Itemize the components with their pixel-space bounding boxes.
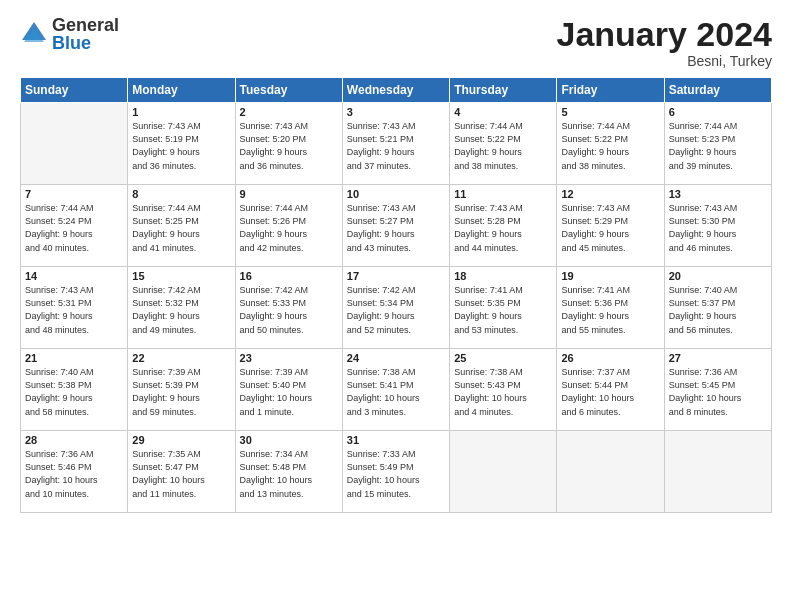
col-wednesday: Wednesday: [342, 78, 449, 103]
day-cell: 18Sunrise: 7:41 AM Sunset: 5:35 PM Dayli…: [450, 267, 557, 349]
day-cell: 5Sunrise: 7:44 AM Sunset: 5:22 PM Daylig…: [557, 103, 664, 185]
calendar-table: Sunday Monday Tuesday Wednesday Thursday…: [20, 77, 772, 513]
week-row-5: 28Sunrise: 7:36 AM Sunset: 5:46 PM Dayli…: [21, 431, 772, 513]
day-info: Sunrise: 7:44 AM Sunset: 5:24 PM Dayligh…: [25, 202, 123, 254]
day-info: Sunrise: 7:44 AM Sunset: 5:25 PM Dayligh…: [132, 202, 230, 254]
day-cell: 30Sunrise: 7:34 AM Sunset: 5:48 PM Dayli…: [235, 431, 342, 513]
logo-blue: Blue: [52, 34, 119, 52]
day-cell: 31Sunrise: 7:33 AM Sunset: 5:49 PM Dayli…: [342, 431, 449, 513]
col-monday: Monday: [128, 78, 235, 103]
day-info: Sunrise: 7:38 AM Sunset: 5:41 PM Dayligh…: [347, 366, 445, 418]
day-number: 10: [347, 188, 445, 200]
page: General Blue January 2024 Besni, Turkey …: [0, 0, 792, 612]
day-number: 23: [240, 352, 338, 364]
week-row-4: 21Sunrise: 7:40 AM Sunset: 5:38 PM Dayli…: [21, 349, 772, 431]
day-info: Sunrise: 7:37 AM Sunset: 5:44 PM Dayligh…: [561, 366, 659, 418]
day-cell: 1Sunrise: 7:43 AM Sunset: 5:19 PM Daylig…: [128, 103, 235, 185]
day-number: 21: [25, 352, 123, 364]
day-number: 24: [347, 352, 445, 364]
day-info: Sunrise: 7:44 AM Sunset: 5:23 PM Dayligh…: [669, 120, 767, 172]
day-cell: 24Sunrise: 7:38 AM Sunset: 5:41 PM Dayli…: [342, 349, 449, 431]
day-cell: 2Sunrise: 7:43 AM Sunset: 5:20 PM Daylig…: [235, 103, 342, 185]
day-number: 8: [132, 188, 230, 200]
day-cell: [557, 431, 664, 513]
day-number: 19: [561, 270, 659, 282]
logo-icon: [20, 20, 48, 48]
day-number: 9: [240, 188, 338, 200]
day-info: Sunrise: 7:39 AM Sunset: 5:40 PM Dayligh…: [240, 366, 338, 418]
logo-general: General: [52, 16, 119, 34]
day-info: Sunrise: 7:41 AM Sunset: 5:35 PM Dayligh…: [454, 284, 552, 336]
day-cell: 4Sunrise: 7:44 AM Sunset: 5:22 PM Daylig…: [450, 103, 557, 185]
col-thursday: Thursday: [450, 78, 557, 103]
day-number: 7: [25, 188, 123, 200]
day-info: Sunrise: 7:44 AM Sunset: 5:22 PM Dayligh…: [454, 120, 552, 172]
day-info: Sunrise: 7:40 AM Sunset: 5:37 PM Dayligh…: [669, 284, 767, 336]
day-number: 6: [669, 106, 767, 118]
day-number: 15: [132, 270, 230, 282]
logo-text: General Blue: [52, 16, 119, 52]
day-number: 14: [25, 270, 123, 282]
day-cell: 28Sunrise: 7:36 AM Sunset: 5:46 PM Dayli…: [21, 431, 128, 513]
day-info: Sunrise: 7:40 AM Sunset: 5:38 PM Dayligh…: [25, 366, 123, 418]
day-number: 28: [25, 434, 123, 446]
day-cell: 8Sunrise: 7:44 AM Sunset: 5:25 PM Daylig…: [128, 185, 235, 267]
col-friday: Friday: [557, 78, 664, 103]
day-number: 11: [454, 188, 552, 200]
week-row-1: 1Sunrise: 7:43 AM Sunset: 5:19 PM Daylig…: [21, 103, 772, 185]
day-cell: 16Sunrise: 7:42 AM Sunset: 5:33 PM Dayli…: [235, 267, 342, 349]
day-cell: 12Sunrise: 7:43 AM Sunset: 5:29 PM Dayli…: [557, 185, 664, 267]
day-cell: 3Sunrise: 7:43 AM Sunset: 5:21 PM Daylig…: [342, 103, 449, 185]
day-number: 13: [669, 188, 767, 200]
day-number: 1: [132, 106, 230, 118]
day-info: Sunrise: 7:36 AM Sunset: 5:45 PM Dayligh…: [669, 366, 767, 418]
day-number: 27: [669, 352, 767, 364]
day-info: Sunrise: 7:35 AM Sunset: 5:47 PM Dayligh…: [132, 448, 230, 500]
day-info: Sunrise: 7:43 AM Sunset: 5:28 PM Dayligh…: [454, 202, 552, 254]
day-number: 26: [561, 352, 659, 364]
header: General Blue January 2024 Besni, Turkey: [20, 16, 772, 69]
day-info: Sunrise: 7:43 AM Sunset: 5:29 PM Dayligh…: [561, 202, 659, 254]
day-number: 2: [240, 106, 338, 118]
day-info: Sunrise: 7:41 AM Sunset: 5:36 PM Dayligh…: [561, 284, 659, 336]
day-info: Sunrise: 7:42 AM Sunset: 5:33 PM Dayligh…: [240, 284, 338, 336]
day-number: 12: [561, 188, 659, 200]
day-cell: 26Sunrise: 7:37 AM Sunset: 5:44 PM Dayli…: [557, 349, 664, 431]
day-number: 17: [347, 270, 445, 282]
day-cell: 29Sunrise: 7:35 AM Sunset: 5:47 PM Dayli…: [128, 431, 235, 513]
day-cell: 17Sunrise: 7:42 AM Sunset: 5:34 PM Dayli…: [342, 267, 449, 349]
day-info: Sunrise: 7:34 AM Sunset: 5:48 PM Dayligh…: [240, 448, 338, 500]
day-cell: 25Sunrise: 7:38 AM Sunset: 5:43 PM Dayli…: [450, 349, 557, 431]
day-number: 16: [240, 270, 338, 282]
title-block: January 2024 Besni, Turkey: [557, 16, 773, 69]
day-number: 20: [669, 270, 767, 282]
day-info: Sunrise: 7:43 AM Sunset: 5:30 PM Dayligh…: [669, 202, 767, 254]
week-row-2: 7Sunrise: 7:44 AM Sunset: 5:24 PM Daylig…: [21, 185, 772, 267]
day-number: 31: [347, 434, 445, 446]
col-saturday: Saturday: [664, 78, 771, 103]
logo: General Blue: [20, 16, 119, 52]
day-info: Sunrise: 7:43 AM Sunset: 5:20 PM Dayligh…: [240, 120, 338, 172]
day-number: 30: [240, 434, 338, 446]
day-info: Sunrise: 7:43 AM Sunset: 5:27 PM Dayligh…: [347, 202, 445, 254]
day-info: Sunrise: 7:42 AM Sunset: 5:32 PM Dayligh…: [132, 284, 230, 336]
day-info: Sunrise: 7:43 AM Sunset: 5:21 PM Dayligh…: [347, 120, 445, 172]
day-cell: 13Sunrise: 7:43 AM Sunset: 5:30 PM Dayli…: [664, 185, 771, 267]
day-number: 5: [561, 106, 659, 118]
col-tuesday: Tuesday: [235, 78, 342, 103]
day-number: 3: [347, 106, 445, 118]
day-cell: 19Sunrise: 7:41 AM Sunset: 5:36 PM Dayli…: [557, 267, 664, 349]
week-row-3: 14Sunrise: 7:43 AM Sunset: 5:31 PM Dayli…: [21, 267, 772, 349]
day-number: 22: [132, 352, 230, 364]
day-cell: 9Sunrise: 7:44 AM Sunset: 5:26 PM Daylig…: [235, 185, 342, 267]
day-info: Sunrise: 7:43 AM Sunset: 5:31 PM Dayligh…: [25, 284, 123, 336]
day-info: Sunrise: 7:38 AM Sunset: 5:43 PM Dayligh…: [454, 366, 552, 418]
calendar-subtitle: Besni, Turkey: [557, 53, 773, 69]
day-info: Sunrise: 7:33 AM Sunset: 5:49 PM Dayligh…: [347, 448, 445, 500]
day-info: Sunrise: 7:42 AM Sunset: 5:34 PM Dayligh…: [347, 284, 445, 336]
day-info: Sunrise: 7:39 AM Sunset: 5:39 PM Dayligh…: [132, 366, 230, 418]
day-cell: 7Sunrise: 7:44 AM Sunset: 5:24 PM Daylig…: [21, 185, 128, 267]
day-cell: 6Sunrise: 7:44 AM Sunset: 5:23 PM Daylig…: [664, 103, 771, 185]
day-info: Sunrise: 7:43 AM Sunset: 5:19 PM Dayligh…: [132, 120, 230, 172]
day-info: Sunrise: 7:44 AM Sunset: 5:26 PM Dayligh…: [240, 202, 338, 254]
